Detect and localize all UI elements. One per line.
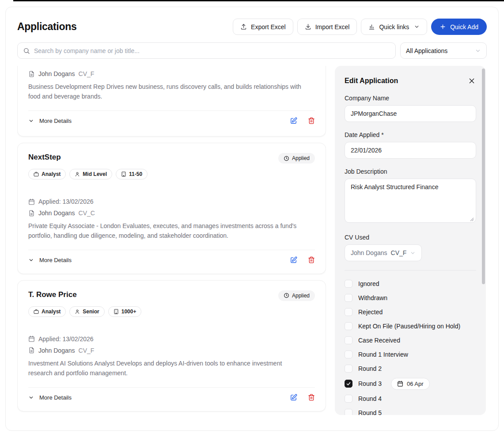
tag-row: Analyst Mid Level 11-50 <box>28 169 315 179</box>
chevron-down-icon <box>28 257 34 263</box>
checkbox-row-case-received: Case Received <box>345 333 476 347</box>
calendar-icon <box>397 381 403 387</box>
status-badge: Applied <box>278 290 315 301</box>
search-input[interactable] <box>34 47 390 54</box>
status-label: Applied <box>292 293 310 299</box>
checkbox-row-kept-on-file: Kept On File (Paused/Hiring on Hold) <box>345 319 476 333</box>
edit-application-button[interactable] <box>290 394 297 401</box>
cv-select-file: CV_F <box>391 249 407 256</box>
quick-links-label: Quick links <box>379 23 409 30</box>
checkbox-row-round3: Round 3 06 Apr <box>345 376 476 392</box>
checkbox-kept-on-file[interactable] <box>345 322 352 330</box>
company-name-input[interactable] <box>345 105 476 122</box>
header-actions: Export Excel Import Excel Quick links <box>233 19 487 35</box>
trash-icon <box>308 256 315 263</box>
panel-scrollbar-thumb[interactable] <box>482 69 485 284</box>
company-name-label: Company Name <box>345 95 476 102</box>
cv-used-select[interactable]: John Dogans CV_F <box>345 244 422 261</box>
more-details-toggle[interactable]: More Details <box>28 118 72 124</box>
upload-icon <box>240 23 247 30</box>
round3-date-pill[interactable]: 06 Apr <box>391 378 430 390</box>
edit-application-button[interactable] <box>290 117 297 125</box>
edit-pencil-icon <box>290 256 297 264</box>
card-footer: More Details <box>28 256 315 264</box>
document-icon <box>28 71 35 77</box>
status-label: Applied <box>292 155 310 161</box>
filter-selected-value: All Applications <box>406 47 447 54</box>
checkbox-round5[interactable] <box>345 409 352 415</box>
cv-line: John Dogans CV_C <box>28 209 315 217</box>
cv-file: CV_F <box>79 347 95 354</box>
job-description-text: Business Development Rep Drives new busi… <box>28 82 304 102</box>
edit-pencil-icon <box>290 117 297 125</box>
job-description-textarea[interactable] <box>345 179 476 223</box>
page-header: Applications Export Excel Import Excel Q… <box>17 19 487 35</box>
application-card-nextstep: NextStep Applied Analyst Mid Level <box>17 143 326 274</box>
quick-add-button[interactable]: Quick Add <box>431 19 487 35</box>
checkbox-row-round5: Round 5 <box>345 406 476 415</box>
bar-chart-icon <box>368 23 375 30</box>
date-applied-input[interactable] <box>345 142 476 159</box>
briefcase-icon <box>34 171 39 177</box>
export-excel-button[interactable]: Export Excel <box>233 19 293 35</box>
export-excel-label: Export Excel <box>251 23 286 30</box>
clock-icon <box>284 293 289 298</box>
checkbox-row-withdrawn: Withdrawn <box>345 291 476 305</box>
role-tag: Analyst <box>28 306 66 317</box>
delete-application-button[interactable] <box>308 394 315 401</box>
cv-select-name: John Dogans <box>351 249 387 256</box>
checkbox-withdrawn[interactable] <box>345 294 352 302</box>
checkbox-round1[interactable] <box>345 350 352 358</box>
cv-file: CV_F <box>79 70 95 77</box>
cv-name: John Dogans <box>38 209 75 217</box>
cv-name: John Dogans <box>38 347 75 354</box>
checkbox-round3[interactable] <box>345 380 352 388</box>
job-description-label: Job Description <box>345 168 476 175</box>
close-panel-button[interactable] <box>467 76 476 85</box>
trash-icon <box>308 394 315 401</box>
level-tag: Mid Level <box>69 169 112 179</box>
applications-list: John Dogans CV_F Business Development Re… <box>17 66 326 427</box>
edit-panel-column: Edit Application Company Name Date Appli… <box>335 66 486 427</box>
application-card-trowe: T. Rowe Price Applied Analyst Senior <box>17 280 326 411</box>
quick-add-label: Quick Add <box>450 23 478 30</box>
checkbox-ignored[interactable] <box>345 280 352 288</box>
checkbox-row-rejected: Rejected <box>345 305 476 319</box>
status-checkbox-list: Ignored Withdrawn Rejected Kept On File … <box>345 277 476 415</box>
edit-pencil-icon <box>290 394 297 401</box>
window-top-edge <box>13 0 504 1</box>
checkbox-case-received[interactable] <box>345 336 352 344</box>
cv-line: John Dogans CV_F <box>28 347 315 354</box>
import-excel-button[interactable]: Import Excel <box>297 19 357 35</box>
divider <box>28 387 315 388</box>
application-card-partial: John Dogans CV_F Business Development Re… <box>17 66 326 137</box>
checkbox-round4[interactable] <box>345 395 352 403</box>
checkbox-round2[interactable] <box>345 365 352 373</box>
round3-date-value: 06 Apr <box>407 381 424 387</box>
calendar-icon <box>28 335 35 342</box>
document-icon <box>28 347 35 354</box>
checkbox-rejected[interactable] <box>345 308 352 316</box>
date-applied-label: Date Applied * <box>345 131 476 138</box>
edit-application-button[interactable] <box>290 256 297 264</box>
close-icon <box>468 77 475 84</box>
delete-application-button[interactable] <box>308 256 315 263</box>
card-footer: More Details <box>28 394 315 401</box>
panel-scrollbar[interactable] <box>481 68 485 413</box>
job-description-text: Private Equity Associate - London Evalua… <box>28 221 304 241</box>
applications-filter-select[interactable]: All Applications <box>400 42 487 59</box>
more-details-toggle[interactable]: More Details <box>28 257 72 263</box>
quick-links-button[interactable]: Quick links <box>361 19 427 35</box>
cv-name: John Dogans <box>38 70 75 77</box>
more-details-toggle[interactable]: More Details <box>28 394 72 401</box>
more-details-label: More Details <box>39 118 72 124</box>
search-icon <box>23 47 30 54</box>
resize-grip-icon[interactable] <box>470 217 474 221</box>
cv-line: John Dogans CV_F <box>28 70 315 77</box>
panel-title: Edit Application <box>345 77 398 85</box>
divider <box>28 250 315 250</box>
company-name: NextStep <box>28 153 61 162</box>
delete-application-button[interactable] <box>308 117 315 124</box>
job-description-text: Investment AI Solutions Analyst Develops… <box>28 358 304 378</box>
divider <box>28 110 315 111</box>
